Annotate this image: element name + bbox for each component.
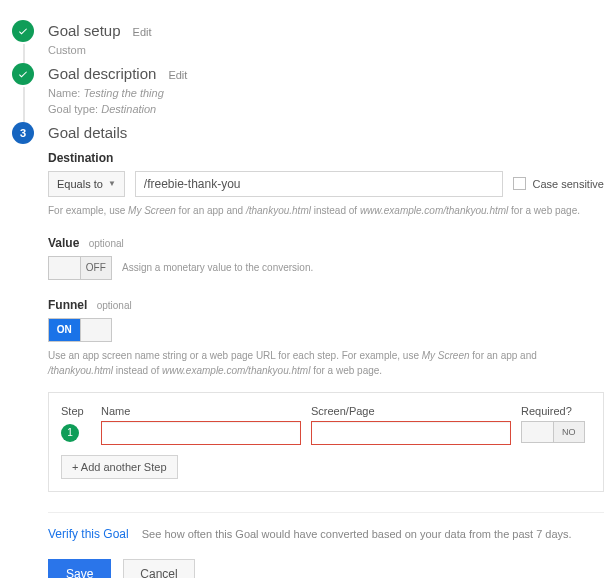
funnel-optional-label: optional (97, 300, 132, 311)
step1-check-icon (12, 20, 34, 42)
destination-help-text: For example, use My Screen for an app an… (48, 203, 604, 218)
value-help-text: Assign a monetary value to the conversio… (122, 260, 313, 275)
step2-title: Goal description (48, 65, 156, 82)
funnel-steps-panel: Step Name Screen/Page Required? 1 (48, 392, 604, 492)
col-head-step: Step (61, 405, 101, 417)
destination-label: Destination (48, 151, 604, 165)
funnel-step-row: 1 NO (61, 421, 591, 445)
step-required-toggle[interactable]: NO (521, 421, 585, 443)
step2-check-icon (12, 63, 34, 85)
step-number-badge: 1 (61, 424, 79, 442)
step3-title: Goal details (48, 124, 127, 141)
cancel-button[interactable]: Cancel (123, 559, 194, 579)
verify-goal-link[interactable]: Verify this Goal (48, 527, 129, 541)
col-head-required: Required? (521, 405, 591, 417)
funnel-label: Funnel (48, 298, 87, 312)
save-button[interactable]: Save (48, 559, 111, 579)
funnel-toggle[interactable]: ON (48, 318, 112, 342)
destination-url-input[interactable] (135, 171, 504, 197)
step-name-input[interactable] (101, 421, 301, 445)
col-head-name: Name (101, 405, 301, 417)
value-toggle[interactable]: OFF (48, 256, 112, 280)
match-type-select[interactable]: Equals to ▼ (48, 171, 125, 197)
value-optional-label: optional (89, 238, 124, 249)
step2-edit-link[interactable]: Edit (168, 69, 187, 81)
step1-subtitle: Custom (48, 42, 604, 59)
value-label: Value (48, 236, 79, 250)
step1-edit-link[interactable]: Edit (133, 26, 152, 38)
add-step-button[interactable]: + Add another Step (61, 455, 178, 479)
col-head-screen: Screen/Page (311, 405, 511, 417)
verify-help-text: See how often this Goal would have conve… (142, 528, 572, 540)
funnel-help-text: Use an app screen name string or a web p… (48, 348, 604, 378)
step2-subtitle: Name: Testing the thing Goal type: Desti… (48, 85, 604, 118)
case-sensitive-checkbox[interactable]: Case sensitive (513, 177, 604, 190)
step1-title: Goal setup (48, 22, 121, 39)
step3-number-icon: 3 (12, 122, 34, 144)
step-screen-input[interactable] (311, 421, 511, 445)
chevron-down-icon: ▼ (108, 179, 116, 188)
